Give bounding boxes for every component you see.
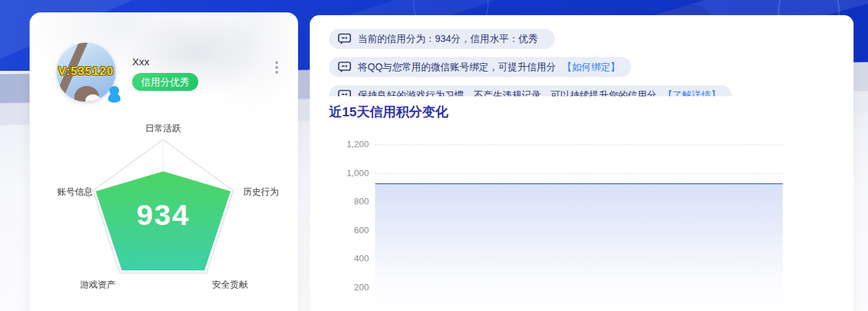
y-axis-tick: 800 bbox=[329, 196, 369, 206]
qq-penguin-icon bbox=[107, 85, 121, 106]
profile-card: V:535120 Xxx 信用分优秀 bbox=[30, 12, 298, 311]
chat-bubble-icon bbox=[337, 89, 352, 97]
message-text: 当前的信用分为：934分，信用水平：优秀 bbox=[358, 33, 538, 45]
message-row: 当前的信用分为：934分，信用水平：优秀 bbox=[329, 29, 833, 49]
message-link[interactable]: 【了解详情】 bbox=[663, 89, 721, 97]
credit-score-area-series bbox=[375, 183, 783, 311]
radar-axis-label: 安全贡献 bbox=[212, 279, 248, 290]
y-axis-tick: 200 bbox=[329, 282, 369, 292]
credit-level-badge: 信用分优秀 bbox=[132, 73, 198, 91]
message-link[interactable]: 【如何绑定】 bbox=[562, 61, 620, 74]
radar-axis-label: 日常活跃 bbox=[145, 123, 181, 133]
y-axis-tick: 600 bbox=[329, 225, 369, 235]
credit-score-value: 934 bbox=[136, 198, 190, 231]
message-list: 当前的信用分为：934分，信用水平：优秀 将QQ与您常用的微信账号绑定，可提升信… bbox=[329, 26, 833, 96]
chat-bubble-icon bbox=[337, 33, 352, 45]
credit-detail-panel: 当前的信用分为：934分，信用水平：优秀 将QQ与您常用的微信账号绑定，可提升信… bbox=[310, 15, 854, 311]
credit-message: 保持良好的游戏行为习惯，不产生违规记录，可以持续提升您的信用分 【了解详情】 bbox=[329, 85, 732, 96]
gridline-1000 bbox=[375, 173, 783, 174]
avatar-art bbox=[85, 94, 100, 102]
message-text: 将QQ与您常用的微信账号绑定，可提升信用分 bbox=[358, 61, 556, 74]
message-row: 将QQ与您常用的微信账号绑定，可提升信用分 【如何绑定】 bbox=[329, 57, 833, 77]
radar-axis-label: 账号信息 bbox=[57, 186, 93, 197]
avatar-watermark-text: V:535120 bbox=[49, 65, 123, 78]
credit-message: 将QQ与您常用的微信账号绑定，可提升信用分 【如何绑定】 bbox=[329, 57, 631, 77]
y-axis-tick: 1,200 bbox=[329, 139, 369, 149]
credit-message: 当前的信用分为：934分，信用水平：优秀 bbox=[329, 29, 555, 49]
username: Xxx bbox=[132, 56, 149, 67]
y-axis-tick: 400 bbox=[329, 253, 369, 264]
chart-title: 近15天信用积分变化 bbox=[329, 103, 448, 121]
radar-axis-label: 历史行为 bbox=[243, 186, 279, 197]
message-row-clipped: 保持良好的游戏行为习惯，不产生违规记录，可以持续提升您的信用分 【了解详情】 bbox=[329, 85, 833, 96]
credit-radar-chart: 934 日常活跃 历史行为 安全贡献 游戏资产 账号信息 bbox=[30, 117, 298, 304]
message-text: 保持良好的游戏行为习惯，不产生违规记录，可以持续提升您的信用分 bbox=[358, 89, 657, 97]
radar-axis-label: 游戏资产 bbox=[80, 279, 116, 290]
gridline-1200 bbox=[375, 144, 783, 145]
chat-bubble-icon bbox=[337, 61, 352, 74]
y-axis-tick: 1,000 bbox=[329, 168, 369, 178]
kebab-menu-icon[interactable] bbox=[272, 58, 282, 77]
